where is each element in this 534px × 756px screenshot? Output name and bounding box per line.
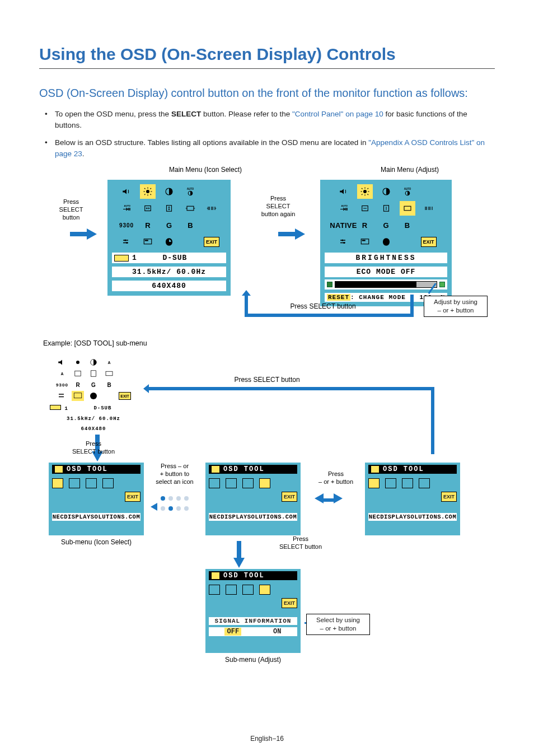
hpos-icon <box>140 201 156 216</box>
svg-rect-14 <box>129 208 130 211</box>
double-arrow-icon <box>315 493 343 505</box>
link-control-panel[interactable]: "Control Panel" on page 10 <box>292 110 383 118</box>
exit-icon: EXIT <box>204 235 219 249</box>
color-r-icon: R <box>140 218 156 232</box>
caption-main-icon: Main Menu (Icon Select) <box>149 166 261 174</box>
svg-rect-20 <box>144 239 152 244</box>
hsize-icon <box>182 201 198 216</box>
svg-rect-47 <box>91 371 96 377</box>
svg-text:AUTO: AUTO <box>187 188 194 190</box>
svg-line-8 <box>151 188 152 189</box>
svg-rect-48 <box>106 372 113 376</box>
svg-line-7 <box>144 194 146 195</box>
osd-slider <box>325 279 447 290</box>
svg-line-6 <box>151 194 152 195</box>
svg-line-29 <box>362 194 363 195</box>
auto-adjust-icon: AUTO <box>119 201 134 216</box>
label-press-select: Press SELECT button <box>49 198 93 221</box>
svg-text:AUTO: AUTO <box>341 204 348 207</box>
osd-freq-line: 31.5kHz/ 60.0Hz <box>112 267 226 277</box>
osd-tool-icon <box>140 235 156 249</box>
bullet-2: Below is an OSD structure. Tables listin… <box>43 137 495 159</box>
svg-point-50 <box>90 393 97 399</box>
caption-example: Example: [OSD TOOL] sub-menu <box>43 339 189 347</box>
svg-point-18 <box>124 240 126 241</box>
svg-line-28 <box>367 194 368 195</box>
label-press-select-down: Press SELECT button <box>54 440 133 456</box>
svg-rect-42 <box>361 239 369 244</box>
exit-icon: EXIT <box>125 492 140 502</box>
caption-sub-adjust: Sub-menu (Adjust) <box>205 656 301 664</box>
auto-contrast-icon: AUTO <box>182 184 198 199</box>
svg-rect-39 <box>404 207 411 211</box>
sub-panel-icon: OSD TOOL EXIT NECDISPLAYSOLUTIONS.COM <box>49 463 144 535</box>
color-b-icon: B <box>182 218 198 232</box>
page-footer: English−16 <box>0 735 534 743</box>
svg-line-30 <box>367 188 368 189</box>
svg-point-0 <box>146 190 149 193</box>
signal-info-label: SIGNAL INFORMATION <box>209 617 297 625</box>
svg-point-19 <box>126 242 128 244</box>
volume-icon <box>119 184 134 199</box>
sub-panel-icon-2: OSD TOOL EXIT NECDISPLAYSOLUTIONS.COM <box>205 463 301 535</box>
bullet-1: To open the OSD menu, press the SELECT b… <box>43 109 495 130</box>
label-press-pm: Press – or + button <box>311 470 361 486</box>
sub-panel-icon-3: OSD TOOL EXIT NECDISPLAYSOLUTIONS.COM <box>365 463 460 535</box>
vpos-icon <box>161 201 177 216</box>
osd-brightness-label: BRIGHTNESS <box>325 253 447 263</box>
sub-panel-adjust: OSD TOOL EXIT SIGNAL INFORMATION OFFON <box>205 569 301 653</box>
ncd-url: NECDISPLAYSOLUTIONS.COM <box>52 513 140 521</box>
sub-icon-2 <box>69 478 80 488</box>
svg-point-41 <box>343 242 345 244</box>
osd-input-line: 1 D-SUB <box>112 253 226 263</box>
svg-rect-21 <box>145 240 148 241</box>
svg-point-40 <box>341 240 343 241</box>
section-subtitle: OSD (On-Screen Display) control button o… <box>39 86 495 101</box>
label-select-pm: Select by using – or + button <box>306 614 370 635</box>
sub-icon-3 <box>86 478 97 488</box>
arrow-right-icon <box>87 228 97 240</box>
color-9300-icon: 9300 <box>119 218 134 232</box>
brightness-icon <box>357 184 373 199</box>
sub-icon-4 <box>102 478 114 488</box>
svg-rect-49 <box>74 393 82 398</box>
svg-point-22 <box>363 190 367 193</box>
svg-text:AUTO: AUTO <box>404 188 411 190</box>
page-title: Using the OSD (On-Screen Display) Contro… <box>39 45 495 69</box>
sub-icon-1 <box>52 478 63 488</box>
svg-rect-36 <box>346 208 348 211</box>
label-press-select-again: Press SELECT button again <box>250 195 306 218</box>
svg-rect-46 <box>75 371 81 376</box>
tools-icon <box>119 235 134 249</box>
brightness-icon <box>140 184 156 199</box>
osd-tool-header-icon <box>54 465 63 473</box>
osd-diagram: Main Menu (Icon Select) Main Menu (Adjus… <box>43 166 491 726</box>
svg-rect-17 <box>187 207 194 211</box>
color-native-icon: NATIVE <box>336 218 352 232</box>
caption-main-adjust: Main Menu (Adjust) <box>354 166 466 174</box>
svg-line-5 <box>144 188 146 189</box>
svg-text:AUTO: AUTO <box>124 204 131 207</box>
osd-eco-label: ECO MODE OFF <box>325 267 447 277</box>
on-off-row: OFFON <box>209 627 297 636</box>
osd-res-line: 640X480 <box>112 281 226 291</box>
fine-icon <box>204 201 219 216</box>
label-press-select-return: Press SELECT button <box>211 376 323 384</box>
svg-line-27 <box>362 188 363 189</box>
contrast-icon <box>161 184 177 199</box>
color-g-icon: G <box>161 218 177 232</box>
svg-rect-35 <box>345 208 346 211</box>
svg-rect-13 <box>128 208 129 211</box>
label-press-select-down2: Press SELECT button <box>267 535 334 551</box>
svg-rect-43 <box>362 240 365 241</box>
caption-sub-icon: Sub-menu (Icon Select) <box>49 538 144 546</box>
svg-point-44 <box>76 361 79 364</box>
label-press-pm-icon: Press – or + button to select an icon <box>152 463 197 486</box>
eco-icon <box>161 235 177 249</box>
osd-main-icon-panel: AUTO AUTO 9300 R G B EXIT 1 D-SU <box>107 180 231 296</box>
arrow-right-icon <box>295 228 305 240</box>
label-adjust-pm: Adjust by using – or + button <box>424 296 488 317</box>
label-press-select-loop: Press SELECT button <box>267 302 379 310</box>
